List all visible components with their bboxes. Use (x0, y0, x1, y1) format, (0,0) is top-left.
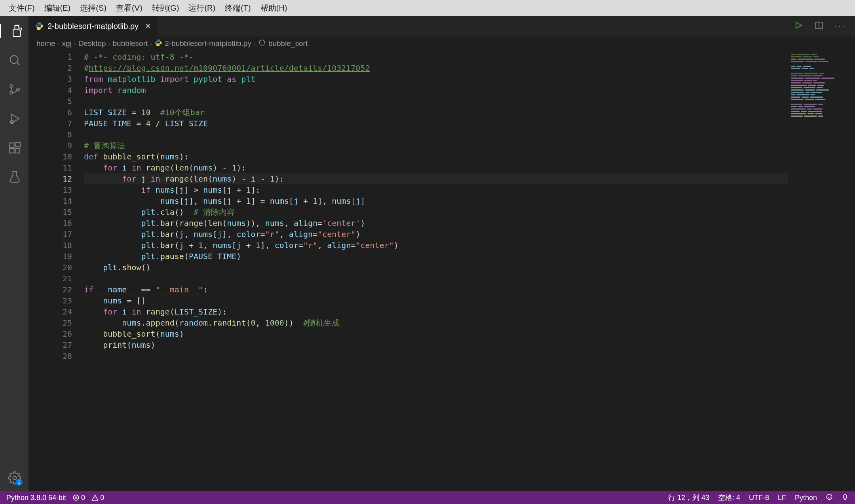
run-debug-icon[interactable] (8, 112, 22, 126)
line-gutter: 1234567891011121314151617181920212223242… (28, 51, 84, 491)
extensions-icon[interactable] (8, 141, 22, 155)
status-python-version[interactable]: Python 3.8.0 64-bit (6, 494, 66, 502)
code-line[interactable]: #https://blog.csdn.net/m1090760001/artic… (84, 63, 788, 74)
minimap-line (791, 54, 852, 55)
run-play-icon[interactable] (794, 21, 803, 32)
settings-gear-icon[interactable]: 1 (8, 471, 22, 485)
line-number: 26 (28, 328, 72, 339)
line-number: 14 (28, 195, 72, 207)
svg-point-10 (38, 23, 38, 24)
status-encoding[interactable]: UTF-8 (749, 494, 769, 502)
svg-point-14 (826, 494, 832, 500)
code-line[interactable]: print(nums) (84, 339, 788, 351)
search-icon[interactable] (8, 53, 22, 67)
code-line[interactable]: plt.show() (84, 262, 788, 273)
code-line[interactable]: if __name__ == "__main__": (84, 284, 788, 295)
code-line[interactable]: from matplotlib import pyplot as plt (84, 74, 788, 85)
menu-item[interactable]: 转到(G) (147, 1, 184, 15)
status-errors[interactable]: 0 (72, 494, 85, 502)
code-line[interactable] (84, 273, 788, 284)
code-line[interactable]: LIST_SIZE = 10 #10个组bar (84, 107, 788, 118)
explorer-icon[interactable] (0, 24, 28, 38)
code-line[interactable]: PAUSE_TIME = 4 / LIST_SIZE (84, 118, 788, 129)
line-number: 24 (28, 306, 72, 317)
line-number: 10 (28, 151, 72, 162)
code-line[interactable]: for i in range(len(nums) - 1): (84, 162, 788, 173)
more-icon[interactable]: ··· (835, 21, 846, 31)
line-number: 22 (28, 284, 72, 295)
menu-item[interactable]: 文件(F) (4, 1, 40, 15)
breadcrumb-item[interactable]: 2-bubblesort-matplotlib.py (165, 39, 251, 48)
code-line[interactable]: plt.bar(j + 1, nums[j + 1], color="r", a… (84, 240, 788, 251)
breadcrumbs[interactable]: home›xgj›Desktop›bubblesort›2-bubblesort… (28, 36, 855, 51)
minimap-line (791, 118, 852, 119)
menu-item[interactable]: 查看(V) (111, 1, 147, 15)
status-language[interactable]: Python (795, 494, 817, 502)
tab-actions: ··· (794, 16, 855, 36)
menu-item[interactable]: 编辑(E) (40, 1, 76, 15)
tab-active[interactable]: 2-bubblesort-matplotlib.py ✕ (28, 16, 158, 36)
code-content[interactable]: # -*- coding: utf-8 -*-#https://blog.csd… (84, 51, 788, 491)
code-line[interactable] (84, 96, 788, 107)
code-line[interactable]: def bubble_sort(nums): (84, 151, 788, 162)
code-line[interactable]: bubble_sort(nums) (84, 328, 788, 339)
chevron-right-icon: › (58, 40, 60, 47)
breadcrumb-item[interactable]: xgj (62, 39, 72, 48)
code-line[interactable]: nums = [] (84, 295, 788, 306)
testing-icon[interactable] (8, 170, 22, 184)
code-line[interactable]: nums.append(random.randint(0, 1000)) #随机… (84, 317, 788, 328)
minimap-line (791, 56, 852, 57)
main-area: 1 2-bubblesort-matplotlib.py ✕ ··· home›… (0, 16, 855, 491)
close-icon[interactable]: ✕ (145, 22, 151, 30)
code-line[interactable]: plt.bar(j, nums[j], color="r", align="ce… (84, 229, 788, 240)
activity-bar: 1 (0, 16, 28, 491)
code-line[interactable] (84, 129, 788, 140)
code-line[interactable]: # -*- coding: utf-8 -*- (84, 51, 788, 63)
menu-item[interactable]: 选择(S) (75, 1, 111, 15)
status-feedback-icon[interactable] (826, 493, 833, 502)
code-line[interactable]: for i in range(LIST_SIZE): (84, 306, 788, 317)
code-line[interactable]: # 冒泡算法 (84, 140, 788, 151)
status-bar: Python 3.8.0 64-bit 0 0 行 12，列 43 空格: 4 … (0, 491, 855, 504)
menubar: 文件(F)编辑(E)选择(S)查看(V)转到(G)运行(R)终端(T)帮助(H) (0, 0, 855, 16)
code-line[interactable]: import random (84, 85, 788, 96)
editor-body[interactable]: 1234567891011121314151617181920212223242… (28, 51, 855, 491)
split-editor-icon[interactable] (814, 21, 824, 32)
breadcrumb-item[interactable]: home (36, 39, 55, 48)
status-indent[interactable]: 空格: 4 (718, 493, 740, 502)
svg-rect-5 (10, 143, 14, 147)
code-line[interactable]: nums[j], nums[j + 1] = nums[j + 1], nums… (84, 195, 788, 207)
menu-item[interactable]: 终端(T) (220, 1, 256, 15)
status-line-col[interactable]: 行 12，列 43 (668, 493, 709, 502)
editor-area: 2-bubblesort-matplotlib.py ✕ ··· home›xg… (28, 16, 855, 491)
code-line[interactable]: if nums[j] > nums[j + 1]: (84, 184, 788, 195)
tab-bar: 2-bubblesort-matplotlib.py ✕ ··· (28, 16, 855, 36)
menu-item[interactable]: 帮助(H) (256, 1, 292, 15)
minimap-line (791, 106, 852, 107)
svg-point-11 (40, 28, 41, 29)
menu-item[interactable]: 运行(R) (184, 1, 220, 15)
code-line[interactable] (84, 351, 788, 362)
line-number: 13 (28, 184, 72, 195)
breadcrumb-item[interactable]: Desktop (78, 39, 106, 48)
minimap-line (791, 61, 852, 62)
minimap-line (791, 66, 852, 67)
code-line[interactable]: plt.cla() # 清除内容 (84, 207, 788, 218)
line-number: 27 (28, 339, 72, 351)
line-number: 23 (28, 295, 72, 306)
minimap[interactable] (788, 51, 855, 491)
line-number: 15 (28, 207, 72, 218)
code-line[interactable]: for j in range(len(nums) - i - 1): (84, 173, 788, 184)
code-line[interactable]: plt.bar(range(len(nums)), nums, align='c… (84, 218, 788, 229)
source-control-icon[interactable] (8, 82, 22, 97)
status-bell-icon[interactable] (842, 493, 849, 502)
line-number: 5 (28, 96, 72, 107)
line-number: 18 (28, 240, 72, 251)
status-eol[interactable]: LF (778, 494, 786, 502)
chevron-right-icon: › (108, 40, 110, 47)
code-line[interactable]: plt.pause(PAUSE_TIME) (84, 251, 788, 262)
breadcrumb-item[interactable]: bubble_sort (268, 39, 308, 48)
status-warnings[interactable]: 0 (91, 494, 104, 502)
minimap-line (791, 63, 852, 64)
breadcrumb-item[interactable]: bubblesort (113, 39, 148, 48)
